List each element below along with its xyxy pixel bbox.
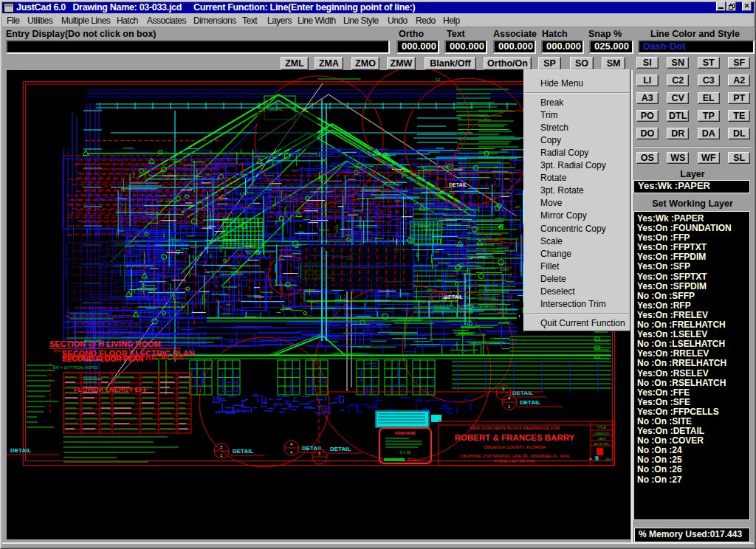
svg-text:=: = bbox=[589, 457, 592, 461]
svg-text:BALC ONE: BALC ONE bbox=[443, 250, 470, 255]
svg-text:FIRM NAME: FIRM NAME bbox=[395, 431, 416, 435]
svg-text:9-1-98: 9-1-98 bbox=[400, 450, 411, 455]
svg-text:OSCEOLA COUNTY, FLORIDA: OSCEOLA COUNTY, FLORIDA bbox=[484, 445, 546, 449]
svg-text:9: 9 bbox=[595, 455, 599, 462]
svg-text:SECTION @ H LIVING ROOM: SECTION @ H LIVING ROOM bbox=[49, 339, 161, 348]
svg-text:FRONT PORCH: FRONT PORCH bbox=[74, 311, 111, 317]
svg-text:5/8" = 1ft TYPICAL NOTES: 5/8" = 1ft TYPICAL NOTES bbox=[53, 365, 98, 370]
svg-text:DETAIL: DETAIL bbox=[330, 446, 351, 452]
svg-text:NEW CONCRETE BLOCK RESIDENCE F: NEW CONCRETE BLOCK RESIDENCE FOR bbox=[470, 426, 560, 430]
svg-text:JOB PHONE, 2718 TROPICAL LANE: JOB PHONE, 2718 TROPICAL LANE DR., KISSI… bbox=[459, 454, 569, 458]
svg-text:DETAIL: DETAIL bbox=[233, 448, 253, 455]
svg-text:DETAIL: DETAIL bbox=[444, 294, 463, 300]
svg-text:BROOM #2: BROOM #2 bbox=[244, 255, 270, 260]
svg-text:SECOND FLOOR PLAN: SECOND FLOOR PLAN bbox=[62, 355, 144, 363]
svg-text:DATE: DATE bbox=[598, 437, 606, 441]
svg-text:PORCH: PORCH bbox=[155, 298, 173, 303]
svg-text:12: 12 bbox=[436, 77, 441, 82]
svg-text:PHONE 1-407-847-7742: PHONE 1-407-847-7742 bbox=[495, 459, 535, 463]
svg-text:TITLE: TITLE bbox=[597, 426, 606, 429]
svg-text:ROBERT & FRANCES BARRY: ROBERT & FRANCES BARRY bbox=[455, 433, 575, 442]
svg-text:FAMILY ROOM: FAMILY ROOM bbox=[188, 177, 224, 182]
svg-text:FLORIDA ENERGY EFF: FLORIDA ENERGY EFF bbox=[74, 386, 148, 393]
svg-text:DETAIL: DETAIL bbox=[520, 399, 540, 406]
svg-text:DETAIL: DETAIL bbox=[512, 390, 533, 396]
svg-text:FIREPL: FIREPL bbox=[267, 107, 284, 111]
svg-text:DRAWN BY: DRAWN BY bbox=[594, 432, 610, 435]
svg-text:DETAIL: DETAIL bbox=[10, 447, 31, 454]
svg-text:SHT: SHT bbox=[605, 458, 612, 461]
svg-text:Scale: Scale bbox=[53, 348, 65, 353]
svg-text:DETAIL: DETAIL bbox=[449, 182, 467, 187]
svg-text:PG 9: PG 9 bbox=[408, 458, 416, 462]
svg-text:AS NOTED: AS NOTED bbox=[594, 442, 610, 446]
svg-text:DINING: DINING bbox=[384, 195, 402, 200]
